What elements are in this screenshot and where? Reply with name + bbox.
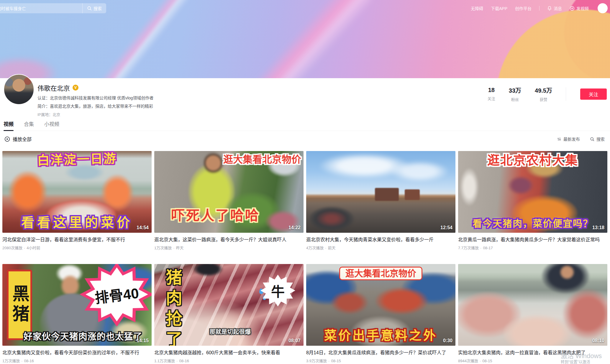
video-search[interactable]: 搜索: [590, 136, 605, 142]
publish-date: 08-15: [482, 359, 492, 363]
search-bar[interactable]: 动时被车撞身亡 搜索: [0, 3, 106, 13]
video-card: 白洋淀一日游 看看这里的菜价 14:54 河北保定白洋淀一日游，看看这里消费有多…: [2, 151, 152, 250]
view-count: 1万次播放: [2, 359, 20, 363]
publish-date: 08-16: [179, 359, 189, 363]
badge-text: 牛: [271, 281, 285, 300]
video-thumbnail[interactable]: 12:54: [306, 151, 455, 233]
video-title[interactable]: 河北保定白洋淀一日游，看看这里消费有多便宜，不服不行: [2, 237, 152, 243]
top-navigation-bar: 动时被车撞身亡 搜索 无障碍 下载APP 创作平台 消息 发视频: [0, 0, 610, 17]
video-meta: 2080次播放·4小时前: [2, 245, 152, 250]
thumb-art: [65, 164, 104, 180]
thumb-art: [460, 167, 479, 206]
thumb-art: [330, 290, 369, 315]
toolbar-right: 最新发布 搜索: [557, 136, 605, 142]
play-all-button[interactable]: 播放全部: [4, 135, 32, 142]
video-grid: 白洋淀一日游 看看这里的菜价 14:54 河北保定白洋淀一日游，看看这里消费有多…: [0, 147, 610, 364]
video-title[interactable]: 逛北京大集，这菜价一路疯涨，看今天多少一斤？大姐说真吓人: [154, 237, 304, 243]
search-icon: [87, 6, 92, 11]
view-count: 4万次播放: [306, 246, 324, 250]
nav-download-app[interactable]: 下载APP: [491, 5, 507, 11]
video-card: 猪肉抢了 牛 那就是切起很爆 08:07 北京大集猪肉越涨越抢，600斤大黑猪一…: [154, 264, 304, 363]
thumbnail-overlay-bottom: 看看这里的菜价: [21, 215, 133, 230]
thumbnail-overlay-top: 逛大集看北京物价: [339, 267, 422, 280]
video-meta: 8944次播放·08-15: [458, 358, 607, 363]
creator-avatar[interactable]: [4, 74, 34, 105]
verified-badge-icon: V: [73, 85, 78, 91]
user-avatar[interactable]: [598, 3, 608, 13]
stat-followers[interactable]: 33万 粉丝: [509, 86, 521, 102]
stats-divider: [566, 87, 566, 101]
stat-likes[interactable]: 49.5万 获赞: [535, 86, 552, 102]
thumb-art: [507, 176, 534, 195]
thumb-art: [8, 170, 47, 213]
video-thumbnail[interactable]: 猪肉抢了 牛 那就是切起很爆 08:07: [154, 264, 304, 346]
thumb-art: [309, 206, 354, 231]
thumbnail-overlay-bottom: 好家伙今天猪肉涨的也太猛了: [24, 332, 142, 342]
profile-banner: 动时被车撞身亡 搜索 无障碍 下载APP 创作平台 消息 发视频: [0, 0, 610, 78]
video-title[interactable]: 8月14日，北京大集黄瓜连续疯涨，看猪肉多少一斤？菜价忒吓人了: [306, 350, 455, 356]
video-duration: 12:54: [440, 225, 452, 230]
thumbnail-overlay-top: 白洋淀一日游: [37, 151, 117, 167]
creator-name: 伟歌在北京: [37, 83, 70, 92]
video-title[interactable]: 逛北京农村大集，今天猪肉青菜水果又变价啦，看看多少一斤: [306, 237, 455, 243]
video-thumbnail[interactable]: 黑猪 排骨40 好家伙今天猪肉涨的也太猛了 14:15: [2, 264, 152, 346]
video-card: 08:10 实拍北京大集卖猪肉，这肉一拉直冒油，看看这黑猪肉太肥了 8944次播…: [458, 264, 607, 363]
starburst-badge: 排骨40: [80, 264, 152, 327]
bell-icon: [547, 6, 552, 11]
video-duration: 0:30: [443, 338, 452, 343]
play-circle-icon: [4, 136, 10, 142]
video-title[interactable]: 北京黄瓜一路疯涨，看大集猪肉黄瓜多少一斤？大家觉着这价正常吗: [458, 237, 607, 243]
video-thumbnail[interactable]: 逛大集看北京物价 菜价出手意料之外 0:30: [306, 264, 455, 346]
nav-creator-platform[interactable]: 创作平台: [515, 5, 532, 11]
thumbnail-overlay-top: 逛北京农村大集: [487, 153, 578, 167]
nav-divider: [539, 6, 540, 11]
nav-publish-video[interactable]: 发视频: [570, 5, 589, 11]
tab-collections[interactable]: 合集: [24, 117, 34, 131]
thumb-art: [405, 189, 420, 200]
thumb-art: [193, 264, 223, 276]
video-card: 12:54 逛北京农村大集，今天猪肉青菜水果又变价啦，看看多少一斤 4万次播放·…: [306, 151, 455, 250]
video-thumbnail[interactable]: 逛北京农村大集 看今天猪肉，菜价便宜吗？ 13:18: [458, 151, 607, 233]
sort-latest[interactable]: 最新发布: [557, 136, 580, 142]
search-icon: [590, 137, 594, 141]
publish-date: 昨天: [176, 246, 184, 250]
video-thumbnail[interactable]: 白洋淀一日游 看看这里的菜价 14:54: [2, 151, 152, 233]
thumbnail-overlay-left: 猪肉抢了: [163, 269, 182, 346]
video-duration: 14:15: [137, 338, 149, 343]
video-duration: 14:22: [288, 225, 301, 230]
thumbnail-overlay-bottom: 菜价出手意料之外: [324, 329, 437, 342]
nav-accessibility[interactable]: 无障碍: [471, 5, 483, 11]
search-trending-text[interactable]: 动时被车撞身亡: [0, 5, 26, 11]
video-card: 黑猪 排骨40 好家伙今天猪肉涨的也太猛了 14:15 北京大集猪肉又变价啦，看…: [2, 264, 152, 363]
thumb-art: [390, 161, 449, 182]
sort-icon: [557, 137, 561, 141]
publish-date: 08-15: [331, 359, 341, 363]
video-duration: 13:18: [592, 225, 604, 230]
video-thumbnail[interactable]: 逛大集看北京物价 吓死人了哈哈 14:22: [154, 151, 304, 233]
tab-videos[interactable]: 视频: [4, 117, 14, 131]
bio-line: 简介：喜欢逛北京大集，旅游，探店，给大家带来不一样的精彩: [37, 103, 610, 109]
nav-messages[interactable]: 消息: [547, 5, 562, 11]
view-count: 3.9万次播放: [306, 359, 327, 363]
thumbnail-overlay-bottom: 吓死人了哈哈: [171, 208, 260, 223]
video-title[interactable]: 实拍北京大集卖猪肉，这肉一拉直冒油，看看这黑猪肉太肥了: [458, 350, 607, 356]
video-title[interactable]: 北京大集猪肉越涨越抢，600斤大黑猪一会卖半头，快来看看: [154, 350, 304, 356]
stat-following[interactable]: 18 关注: [488, 87, 495, 101]
top-right-nav: 无障碍 下载APP 创作平台 消息 发视频: [471, 3, 608, 13]
video-duration: 14:54: [137, 225, 149, 230]
view-count: 1.1万次播放: [154, 359, 175, 363]
video-thumbnail[interactable]: 08:10: [458, 264, 607, 346]
content-tabs: 视频 合集 小视频: [0, 117, 610, 131]
search-button[interactable]: 搜索: [82, 3, 106, 13]
thumb-art: [375, 188, 399, 201]
video-title[interactable]: 北京大集猪肉又变价啦，看看今天部份菜价涨的过年价，不服不行: [2, 350, 152, 356]
video-card: 逛大集看北京物价 吓死人了哈哈 14:22 逛北京大集，这菜价一路疯涨，看今天多…: [154, 151, 304, 250]
video-card: 逛北京农村大集 看今天猪肉，菜价便宜吗？ 13:18 北京黄瓜一路疯涨，看大集猪…: [458, 151, 607, 250]
tab-short-videos[interactable]: 小视频: [44, 117, 59, 131]
ip-location: IP属地：北京: [37, 112, 610, 117]
thumb-art: [204, 152, 223, 174]
follow-button[interactable]: 关注: [580, 88, 607, 100]
video-meta: 7.7万次播放·08-17: [458, 245, 607, 250]
thumb-art: [560, 265, 575, 280]
video-meta: 4万次播放·前天: [306, 245, 455, 250]
